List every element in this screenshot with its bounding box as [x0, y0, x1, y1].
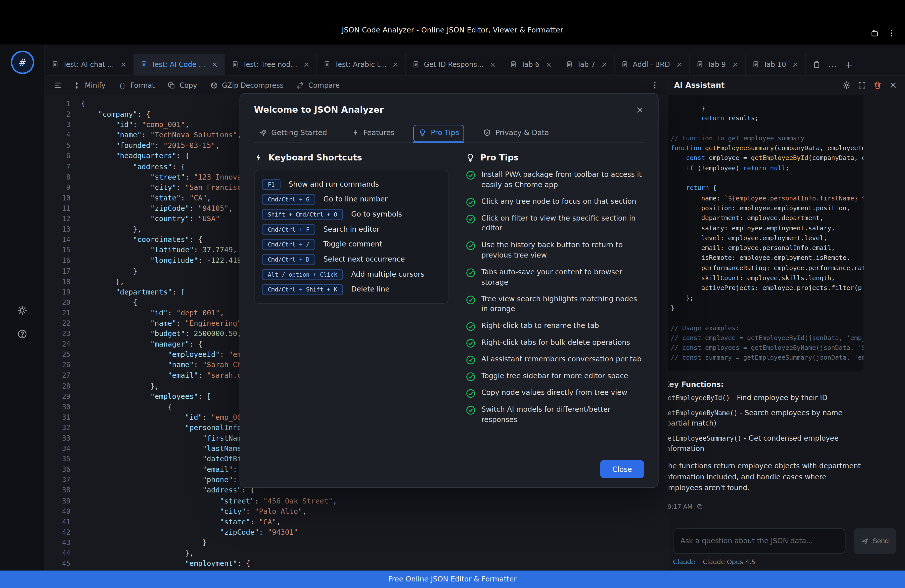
ai-panel-header: AI Assistant: [668, 76, 905, 95]
line-number: 9: [45, 182, 70, 193]
ai-settings-icon[interactable]: [842, 81, 851, 89]
window-title: JSON Code Analyzer - Online JSON Editor,…: [342, 25, 564, 34]
check-circle-icon: [466, 197, 476, 207]
ai-question-input[interactable]: [673, 528, 845, 554]
shortcut-row: Cmd/Ctrl + /Toggle comment: [262, 237, 440, 252]
send-button[interactable]: Send: [853, 528, 897, 554]
shortcut-keys: Cmd/Ctrl + F: [262, 224, 315, 235]
modal-close-button[interactable]: Close: [600, 460, 644, 478]
line-number: 22: [45, 318, 70, 329]
toolbar-minify[interactable]: Minify: [73, 81, 105, 89]
ai-assistant-panel: AI Assistant } return results; // Functi…: [668, 76, 905, 571]
tab-label: Tab 9: [707, 60, 726, 68]
editor-line[interactable]: 42 "zipCode": "94301": [45, 527, 668, 538]
compare-icon: [296, 81, 304, 89]
tab-close-icon[interactable]: [303, 61, 310, 68]
key-function-item: getEmployeeById() - Find employee by the…: [668, 393, 864, 404]
modal-tab-features[interactable]: Features: [346, 125, 400, 142]
pro-tip-item: Click any tree node to focus on that sec…: [466, 197, 644, 207]
modal-close-icon[interactable]: [635, 105, 644, 114]
tab[interactable]: Tab 9: [689, 54, 745, 75]
toolbar-gzip-decompress[interactable]: GZip Decompress: [210, 81, 284, 89]
help-icon[interactable]: [17, 329, 27, 339]
tab-close-icon[interactable]: [392, 61, 399, 68]
tab[interactable]: Get ID Respons...: [406, 54, 503, 75]
tab-overflow-button[interactable]: ...: [828, 60, 837, 69]
install-app-icon[interactable]: [870, 29, 879, 38]
copy-message-icon[interactable]: [697, 504, 703, 510]
editor-line[interactable]: 45 "employment": {: [45, 558, 668, 569]
pro-tip-item: Use the history back button to return to…: [466, 240, 644, 261]
tab-close-icon[interactable]: [211, 61, 218, 68]
pro-tip-item: Copy node values directly from tree view: [466, 388, 644, 398]
line-number: 27: [45, 370, 70, 381]
model-brand[interactable]: Claude: [673, 558, 695, 566]
shortcut-action: Show and run commands: [289, 180, 379, 188]
tab-close-icon[interactable]: [120, 61, 127, 68]
pro-tip-item: Install PWA package from toolbar to acce…: [466, 170, 644, 191]
editor-line[interactable]: 43 }: [45, 537, 668, 548]
tab[interactable]: Test: Tree nod...: [225, 54, 317, 75]
shortcuts-heading: Keyboard Shortcuts: [268, 153, 362, 162]
tab-close-icon[interactable]: [601, 61, 608, 68]
editor-line[interactable]: 41 "state": "CA",: [45, 516, 668, 527]
tab[interactable]: Test: AI Code ...: [134, 54, 225, 75]
bulb-icon: [419, 129, 427, 137]
document-icon: [231, 60, 239, 68]
check-circle-icon: [466, 405, 476, 415]
theme-toggle-icon[interactable]: [17, 305, 27, 315]
ai-fullscreen-icon[interactable]: [858, 81, 866, 89]
toolbar-compare[interactable]: Compare: [296, 81, 340, 89]
tab-close-icon[interactable]: [732, 61, 738, 68]
modal-tab-pro-tips[interactable]: Pro Tips: [414, 125, 464, 142]
toolbar-format[interactable]: {}Format: [118, 81, 155, 89]
tab[interactable]: Tab 7: [559, 54, 615, 75]
line-number: 31: [45, 412, 70, 423]
toolbar-more-icon[interactable]: [650, 81, 659, 89]
tab-close-icon[interactable]: [489, 61, 497, 68]
pro-tip-text: Right-click tab to rename the tab: [481, 321, 599, 332]
rocket-icon: [259, 129, 267, 137]
document-icon: [412, 60, 420, 68]
app-logo[interactable]: #: [10, 49, 35, 75]
pro-tip-text: AI assistant remembers conversation per …: [481, 354, 641, 365]
model-selector: Claude · Claude Opus 4.5: [668, 556, 905, 571]
modal-tab-getting-started[interactable]: Getting Started: [254, 125, 332, 142]
line-number: 8: [45, 172, 70, 182]
check-circle-icon: [466, 170, 476, 180]
pro-tip-item: Toggle tree sidebar for more editor spac…: [466, 372, 644, 382]
ai-clear-chat-icon[interactable]: [873, 81, 882, 89]
tree-view-toggle-icon[interactable]: [54, 81, 62, 89]
editor-line[interactable]: 39 "street": "456 Oak Street",: [45, 496, 668, 506]
tab[interactable]: Tab 10: [745, 54, 806, 75]
browser-title-bar: JSON Code Analyzer - Online JSON Editor,…: [0, 0, 905, 44]
clipboard-tab-icon[interactable]: [813, 60, 821, 68]
tab[interactable]: Tab 6: [503, 54, 559, 75]
ai-chat-area[interactable]: } return results; // Function to get emp…: [668, 95, 905, 524]
toolbar-copy[interactable]: Copy: [167, 81, 197, 89]
tab-close-icon[interactable]: [545, 61, 552, 68]
toolbar-items: Minify{}FormatCopyGZip DecompressCompare: [73, 81, 640, 89]
document-icon: [621, 60, 629, 68]
shortcut-keys: Cmd/Ctrl + /: [262, 239, 315, 250]
welcome-modal: Welcome to JSON Analyzer Getting Started…: [240, 93, 659, 488]
line-number: 7: [45, 162, 70, 172]
tab[interactable]: Test: AI chat ...: [45, 54, 134, 75]
new-tab-button[interactable]: +: [845, 59, 853, 70]
modal-tab-privacy-data[interactable]: Privacy & Data: [478, 125, 554, 142]
ai-close-icon[interactable]: [889, 81, 897, 89]
model-separator: ·: [698, 558, 700, 566]
shortcut-action: Toggle comment: [323, 240, 382, 248]
pro-tip-text: Click on filter to view the specific sec…: [481, 213, 644, 234]
tab-close-icon[interactable]: [792, 61, 799, 68]
editor-line[interactable]: 44 },: [45, 548, 668, 559]
tab-close-icon[interactable]: [676, 61, 683, 68]
browser-menu-icon[interactable]: [887, 29, 896, 38]
tab[interactable]: Test: Arabic t...: [317, 54, 406, 75]
pro-tip-item: Click on filter to view the specific sec…: [466, 213, 644, 234]
key-functions-heading: Key Functions:: [668, 380, 864, 388]
shortcut-keys: Cmd/Ctrl + G: [262, 194, 315, 205]
tab[interactable]: Addl - BRD: [615, 54, 689, 75]
editor-line[interactable]: 40 "city": "Palo Alto",: [45, 506, 668, 517]
shortcut-keys: F1: [262, 179, 281, 190]
